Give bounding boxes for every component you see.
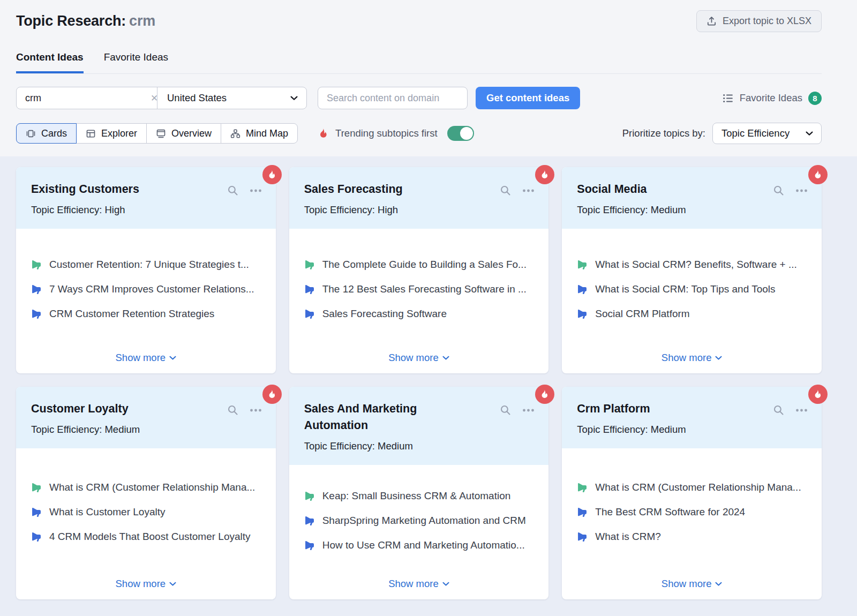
view-overview-button[interactable]: Overview <box>146 123 221 144</box>
prioritize-group: Prioritize topics by: Topic Efficiency <box>622 123 822 144</box>
trending-toggle-group: Trending subtopics first <box>318 126 474 141</box>
card-search-icon[interactable] <box>500 404 511 416</box>
get-content-ideas-button[interactable]: Get content ideas <box>476 87 580 109</box>
card-search-icon[interactable] <box>500 185 511 196</box>
megaphone-icon <box>577 309 588 319</box>
card-menu-icon[interactable] <box>795 409 808 412</box>
favorite-ideas-link[interactable]: Favorite Ideas 8 <box>723 92 822 105</box>
megaphone-icon <box>577 531 588 542</box>
card-search-icon[interactable] <box>227 404 238 416</box>
tab-favorite-ideas[interactable]: Favorite Ideas <box>104 51 168 73</box>
card-menu-icon[interactable] <box>522 409 535 412</box>
view-cards-button[interactable]: Cards <box>16 123 77 144</box>
topic-card: Sales And Marketing Automation Topic Eff… <box>289 387 549 599</box>
efficiency-label: Topic Efficiency: <box>31 204 102 215</box>
trending-badge <box>262 165 282 184</box>
page-title-query: crm <box>129 13 155 29</box>
page-header: Topic Research:crm Export topic to XLSX <box>16 9 822 33</box>
card-header: Existing Customers Topic Efficiency: Hig… <box>16 167 276 229</box>
region-select-value: United States <box>167 92 227 104</box>
show-more-label: Show more <box>116 352 166 364</box>
tab-content-ideas[interactable]: Content Ideas <box>16 51 84 73</box>
card-search-icon[interactable] <box>773 185 784 196</box>
prioritize-select[interactable]: Topic Efficiency <box>712 123 822 144</box>
efficiency-label: Topic Efficiency: <box>577 204 648 215</box>
show-more-link[interactable]: Show more <box>661 573 723 590</box>
content-idea-item[interactable]: What is CRM? <box>577 531 807 543</box>
content-idea-item[interactable]: CRM Customer Retention Strategies <box>31 308 261 320</box>
show-more-label: Show more <box>388 578 439 590</box>
content-idea-item[interactable]: What is Social CRM: Top Tips and Tools <box>577 283 807 295</box>
content-idea-item[interactable]: The Best CRM Software for 2024 <box>577 506 807 518</box>
content-idea-item[interactable]: What is CRM (Customer Relationship Mana.… <box>31 482 261 493</box>
content-idea-item[interactable]: Social CRM Platform <box>577 308 807 320</box>
idea-text: What is CRM (Customer Relationship Mana.… <box>49 482 255 493</box>
page-title: Topic Research:crm <box>16 13 155 29</box>
efficiency-label: Topic Efficiency: <box>577 424 648 435</box>
content-idea-item[interactable]: What is Social CRM? Benefits, Software +… <box>577 259 807 271</box>
megaphone-icon <box>304 491 315 501</box>
content-idea-item[interactable]: The 12 Best Sales Forecasting Software i… <box>304 283 534 295</box>
content-idea-item[interactable]: The Complete Guide to Building a Sales F… <box>304 259 534 271</box>
content-idea-item[interactable]: What is Customer Loyalty <box>31 506 261 518</box>
top-section: Topic Research:crm Export topic to XLSX … <box>0 0 857 156</box>
idea-text: What is Social CRM? Benefits, Software +… <box>595 259 796 271</box>
card-search-icon[interactable] <box>773 404 784 416</box>
show-more-label: Show more <box>116 578 166 590</box>
content-idea-item[interactable]: 7 Ways CRM Improves Customer Relations..… <box>31 283 261 295</box>
show-more-label: Show more <box>388 352 439 364</box>
topic-card: Crm Platform Topic Efficiency: Medium Wh… <box>562 387 822 599</box>
export-topic-button[interactable]: Export topic to XLSX <box>696 10 822 32</box>
card-menu-icon[interactable] <box>250 189 262 192</box>
megaphone-icon <box>31 309 42 319</box>
trending-toggle[interactable] <box>447 126 474 141</box>
topic-card: Sales Forecasting Topic Efficiency: High… <box>289 167 549 373</box>
content-idea-item[interactable]: What is CRM (Customer Relationship Mana.… <box>577 482 807 493</box>
card-body: What is CRM (Customer Relationship Mana.… <box>562 448 822 599</box>
view-mindmap-button[interactable]: Mind Map <box>221 123 298 144</box>
keyword-input[interactable] <box>25 93 149 104</box>
view-explorer-button[interactable]: Explorer <box>76 123 147 144</box>
card-menu-icon[interactable] <box>250 409 262 412</box>
megaphone-icon <box>577 284 588 295</box>
chevron-down-icon <box>290 96 298 101</box>
domain-search-input[interactable] <box>318 87 468 109</box>
show-more-link[interactable]: Show more <box>661 347 723 364</box>
favorites-count-badge: 8 <box>808 92 822 105</box>
chevron-down-icon <box>169 582 176 587</box>
content-idea-item[interactable]: Keap: Small Business CRM & Automation <box>304 490 534 502</box>
mindmap-icon <box>230 129 240 139</box>
content-idea-item[interactable]: SharpSpring Marketing Automation and CRM <box>304 515 534 527</box>
card-efficiency: Topic Efficiency: Medium <box>577 204 686 216</box>
card-search-icon[interactable] <box>227 185 238 196</box>
chevron-down-icon <box>169 356 176 360</box>
show-more-link[interactable]: Show more <box>388 573 449 590</box>
megaphone-icon <box>577 259 588 270</box>
megaphone-icon <box>304 515 315 526</box>
card-menu-icon[interactable] <box>795 189 808 192</box>
content-idea-item[interactable]: How to Use CRM and Marketing Automatio..… <box>304 539 534 551</box>
efficiency-label: Topic Efficiency: <box>31 424 102 435</box>
show-more-link[interactable]: Show more <box>116 573 177 590</box>
content-idea-item[interactable]: 4 CRM Models That Boost Customer Loyalty <box>31 531 261 543</box>
list-icon <box>723 93 734 104</box>
content-idea-item[interactable]: Customer Retention: 7 Unique Strategies … <box>31 259 261 271</box>
card-title: Social Media <box>577 181 686 198</box>
megaphone-icon <box>577 482 588 493</box>
trending-badge <box>808 385 828 404</box>
show-more-link[interactable]: Show more <box>388 347 449 364</box>
page-title-label: Topic Research: <box>16 13 126 29</box>
trending-badge <box>535 165 554 184</box>
view-cards-label: Cards <box>41 128 67 139</box>
chevron-down-icon <box>442 356 449 360</box>
card-menu-icon[interactable] <box>522 189 535 192</box>
view-overview-label: Overview <box>171 128 212 139</box>
search-row: ✕ United States Get content ideas Favori… <box>16 87 822 109</box>
content-idea-item[interactable]: Sales Forecasting Software <box>304 308 534 320</box>
keyword-region-group: ✕ United States <box>16 87 307 109</box>
megaphone-icon <box>304 284 315 295</box>
region-select[interactable]: United States <box>157 87 306 109</box>
idea-text: Keap: Small Business CRM & Automation <box>322 490 511 502</box>
show-more-label: Show more <box>661 352 712 364</box>
show-more-link[interactable]: Show more <box>116 347 177 364</box>
